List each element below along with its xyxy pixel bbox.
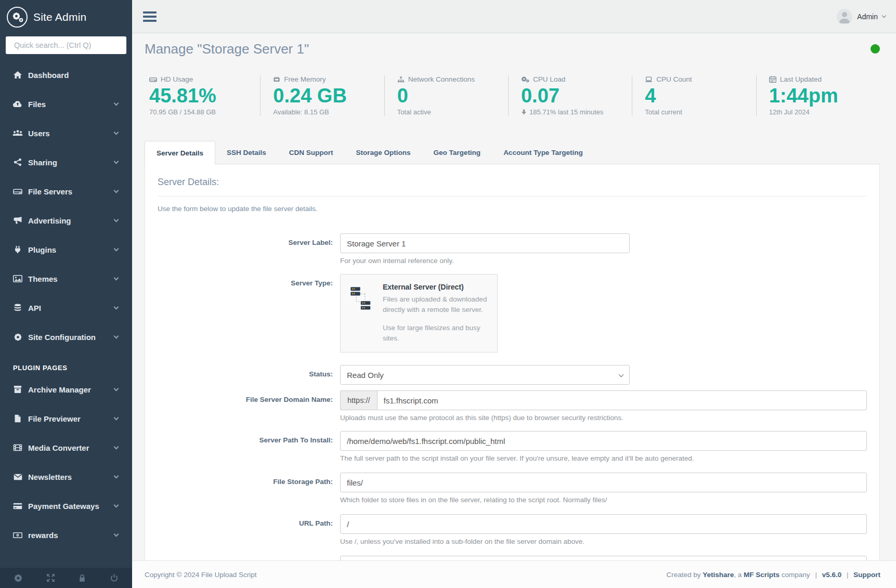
sidebar-item-themes[interactable]: Themes <box>0 264 132 293</box>
chevron-down-icon <box>114 334 119 339</box>
server-path-input[interactable] <box>340 431 867 451</box>
file-icon <box>12 414 23 423</box>
sidebar-item-sharing[interactable]: Sharing <box>0 148 132 177</box>
stat-value: 0 <box>397 84 503 107</box>
envelope-icon <box>12 474 23 480</box>
image-icon <box>12 275 23 282</box>
tab-cdn-support[interactable]: CDN Support <box>278 141 345 164</box>
cloud-upload-icon <box>12 100 23 108</box>
sidebar-item-plugins[interactable]: Plugins <box>0 235 132 264</box>
next-field-input-partial[interactable] <box>340 556 867 560</box>
domain-input[interactable] <box>377 390 867 410</box>
sidebar-item-advertising[interactable]: Advertising <box>0 206 132 235</box>
chevron-down-icon <box>114 188 119 193</box>
chevron-down-icon <box>114 101 119 106</box>
sidebar-item-newsletters[interactable]: Newsletters <box>0 462 132 491</box>
sidebar-item-file-servers[interactable]: File Servers <box>0 177 132 206</box>
status-select[interactable]: Read Only <box>340 365 630 385</box>
footer-credits: Created by Yetishare, a MF Scripts compa… <box>666 571 880 579</box>
sidebar-item-users[interactable]: Users <box>0 119 132 148</box>
fullscreen-expand-icon[interactable] <box>46 573 55 582</box>
stat-sub: Total active <box>397 108 503 116</box>
menu-hamburger-icon[interactable] <box>141 9 159 24</box>
sidebar-item-payment-gateways[interactable]: Payment Gateways <box>0 491 132 520</box>
footer: Copyright © 2024 File Upload Script Crea… <box>132 560 896 588</box>
url-path-input[interactable] <box>340 514 867 534</box>
chevron-down-icon <box>114 130 119 135</box>
share-icon <box>12 158 23 166</box>
sidebar: Site Admin Dashboard Files <box>0 0 132 588</box>
chevron-down-icon <box>114 217 119 223</box>
support-link[interactable]: Support <box>853 571 880 579</box>
sidebar-item-media-converter[interactable]: Media Converter <box>0 433 132 462</box>
sidebar-item-files[interactable]: Files <box>0 89 132 119</box>
server-online-status-dot <box>871 44 880 54</box>
arrow-down-icon <box>521 109 527 115</box>
tab-bar: Server Details SSH Details CDN Support S… <box>145 141 880 164</box>
main-area: Admin Manage "Storage Server 1" HD Usage… <box>132 0 896 588</box>
lock-icon[interactable] <box>78 574 86 582</box>
film-icon <box>12 444 23 451</box>
server-type-desc: Files are uploaded & downloaded directly… <box>383 294 490 315</box>
server-details-panel: Server Details: Use the form below to up… <box>145 164 880 560</box>
stat-hd-usage: HD Usage 45.81% 70.95 GB / 154.88 GB <box>145 75 260 116</box>
server-type-desc2: Use for large filesizes and busy sites. <box>383 323 490 343</box>
stat-value: 4 <box>645 84 750 107</box>
chevron-down-icon <box>114 532 119 537</box>
gear-icon <box>12 333 23 342</box>
tab-storage-options[interactable]: Storage Options <box>345 141 422 164</box>
protocol-addon: https:// <box>340 390 377 410</box>
status-label: Status: <box>158 365 340 385</box>
chevron-down-icon <box>114 415 119 421</box>
sidebar-nav: Dashboard Files Users <box>0 60 132 550</box>
sidebar-item-rewards[interactable]: rewards <box>0 520 132 550</box>
copyright-text: Copyright © 2024 File Upload Script <box>145 571 257 579</box>
user-menu[interactable]: Admin <box>837 9 886 24</box>
server-type-row: Server Type: <box>158 274 867 352</box>
chevron-down-icon <box>114 386 119 391</box>
page-title: Manage "Storage Server 1" <box>145 41 309 57</box>
stat-value: 0.07 <box>521 84 627 107</box>
sitemap-icon-label: Network Connections <box>408 75 475 83</box>
mfscripts-link[interactable]: MF Scripts <box>744 571 780 579</box>
server-label-label: Server Label: <box>158 233 340 265</box>
url-path-row: URL Path: Use /, unless you've installed… <box>158 514 867 545</box>
settings-gear-icon[interactable] <box>14 573 23 583</box>
stat-network-connections: Network Connections 0 Total active <box>384 75 508 116</box>
stat-sub: 185.71% last 15 minutes <box>521 108 627 116</box>
gears-logo-icon <box>7 7 28 28</box>
server-path-help: The full server path to the script insta… <box>340 454 867 462</box>
storage-path-input[interactable] <box>340 473 867 492</box>
sidebar-item-archive-manager[interactable]: Archive Manager <box>0 375 132 404</box>
tab-account-type-targeting[interactable]: Account Type Targeting <box>492 141 594 164</box>
panel-heading: Server Details: <box>158 173 867 188</box>
stat-last-updated: Last Updated 1:44pm 12th Jul 2024 <box>756 75 880 116</box>
server-type-title: External Server (Direct) <box>383 283 490 291</box>
domain-help: Uploads must use the same protocol as th… <box>340 414 867 422</box>
plug-icon <box>12 245 23 254</box>
tab-server-details[interactable]: Server Details <box>145 141 215 164</box>
quick-search-input[interactable] <box>6 36 126 54</box>
sidebar-item-site-configuration[interactable]: Site Configuration <box>0 322 132 351</box>
yetishare-link[interactable]: Yetishare <box>703 571 734 579</box>
storage-path-label: File Storage Path: <box>158 473 340 504</box>
hdd-icon-label: HD Usage <box>161 75 193 83</box>
panel-intro: Use the form below to update the file se… <box>158 205 867 213</box>
tab-geo-targeting[interactable]: Geo Targeting <box>422 141 492 164</box>
plugin-pages-section-label: PLUGIN PAGES <box>0 351 132 375</box>
chevron-down-icon <box>114 159 119 164</box>
power-icon[interactable] <box>110 573 119 582</box>
tab-ssh-details[interactable]: SSH Details <box>215 141 278 164</box>
servers-network-icon <box>349 286 376 352</box>
server-path-label: Server Path To Install: <box>158 431 340 462</box>
sidebar-item-api[interactable]: API <box>0 293 132 322</box>
version-label: v5.6.0 <box>822 571 842 579</box>
server-label-input[interactable] <box>340 233 630 253</box>
storage-path-help: Which folder to store files in on the fi… <box>340 496 867 504</box>
server-type-card[interactable]: External Server (Direct) Files are uploa… <box>340 274 498 352</box>
sidebar-item-file-previewer[interactable]: File Previewer <box>0 404 132 433</box>
domain-row: File Server Domain Name: https:// Upload… <box>158 390 867 422</box>
sidebar-item-dashboard[interactable]: Dashboard <box>0 60 132 89</box>
stats-row: HD Usage 45.81% 70.95 GB / 154.88 GB Fre… <box>145 75 880 116</box>
user-name-label: Admin <box>857 12 878 21</box>
